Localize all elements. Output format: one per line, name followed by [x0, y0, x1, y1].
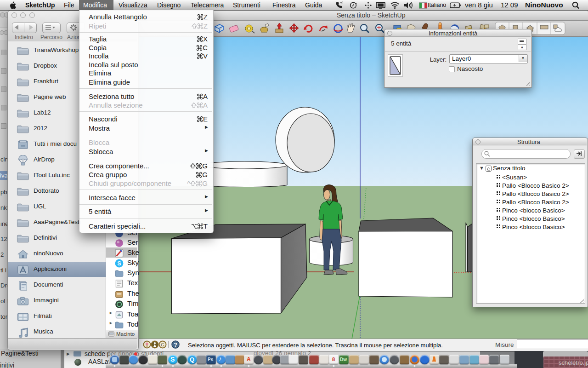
- svg-text:?: ?: [174, 342, 177, 348]
- svg-text:G: G: [161, 342, 164, 347]
- svg-text:S: S: [117, 260, 121, 267]
